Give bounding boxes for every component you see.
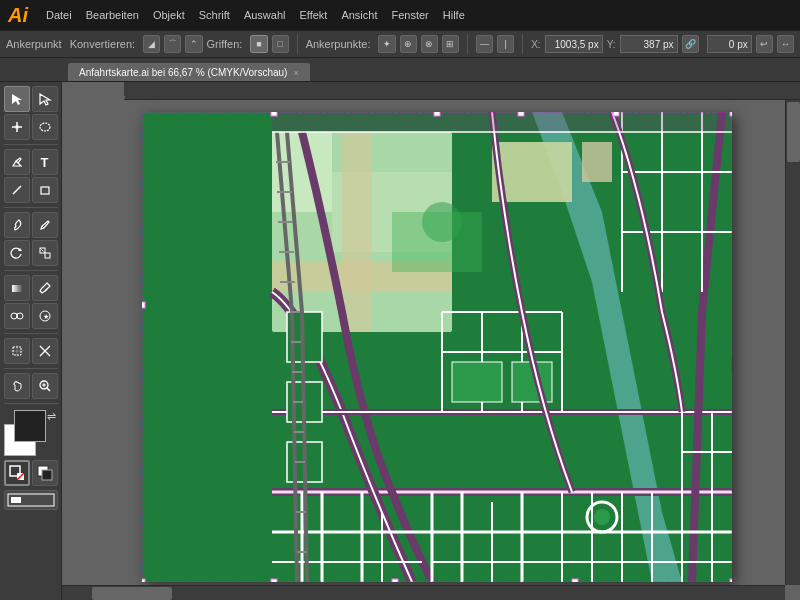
type-icon: T [41,155,49,170]
stroke-fill-btn[interactable] [32,460,58,486]
svg-line-14 [45,289,47,291]
svg-line-8 [42,226,44,228]
align-dist-btn[interactable]: ↔ [777,35,794,53]
color-swatch-area: ⇌ [4,410,58,456]
rotate-tool[interactable] [4,240,30,266]
magic-wand-tool[interactable] [4,114,30,140]
ankerpunkte-btn3[interactable]: ⊗ [421,35,438,53]
x-input[interactable] [545,35,603,53]
menu-hilfe[interactable]: Hilfe [443,9,465,21]
align-btn[interactable]: — [476,35,493,53]
svg-point-110 [594,509,610,525]
tool-row-10 [4,373,58,399]
fill-none-btn[interactable] [4,460,30,486]
tab-label: Anfahrtskarte.ai bei 66,67 % (CMYK/Vorsc… [79,67,287,78]
svg-rect-112 [271,112,277,116]
horizontal-scroll-thumb[interactable] [92,587,172,600]
select-tool[interactable] [4,86,30,112]
zoom-tool[interactable] [32,373,58,399]
svg-point-4 [15,125,19,129]
svg-rect-119 [572,579,578,582]
griffen-btn2[interactable]: □ [272,35,289,53]
svg-rect-34 [124,82,800,100]
symbol-tool[interactable]: ★ [32,303,58,329]
swap-colors-btn[interactable]: ⇌ [47,410,56,423]
fill-stroke-row [4,460,58,486]
ankerpunkte-btn2[interactable]: ⊕ [400,35,417,53]
svg-rect-33 [11,497,21,503]
blend-tool[interactable] [4,303,30,329]
svg-line-6 [13,186,21,194]
scale-tool[interactable] [32,240,58,266]
svg-rect-114 [518,112,524,116]
tab-close-btn[interactable]: × [293,68,298,78]
transform-btn[interactable]: ↩ [756,35,773,53]
tool-row-5 [4,212,58,238]
convert-smooth-btn[interactable]: ⌒ [164,35,181,53]
griffen-btn1[interactable]: ■ [250,35,267,53]
line-tool[interactable] [4,177,30,203]
tool-separator-5 [4,368,58,369]
tool-separator-2 [4,207,58,208]
z-input[interactable] [707,35,752,53]
hand-tool[interactable] [4,373,30,399]
tab-bar: Anfahrtskarte.ai bei 66,67 % (CMYK/Vorsc… [0,58,800,82]
menu-schrift[interactable]: Schrift [199,9,230,21]
svg-rect-121 [142,302,145,308]
vertical-scroll-thumb[interactable] [787,102,800,162]
svg-rect-92 [582,142,612,182]
direct-select-tool[interactable] [32,86,58,112]
svg-line-12 [40,248,45,253]
normal-mode-btn[interactable] [4,490,58,510]
tool-row-7 [4,275,58,301]
tool-row-6 [4,240,58,266]
link-btn[interactable]: 🔗 [682,35,699,53]
y-input[interactable] [620,35,678,53]
svg-rect-122 [142,579,145,582]
svg-rect-11 [45,253,50,258]
svg-rect-41 [342,132,372,332]
slice-tool[interactable] [32,338,58,364]
ankerpunkte-label: Ankerpunkte: [306,38,371,50]
x-label: X: [531,39,540,50]
konvertieren-label: Konvertieren: [70,38,135,50]
vertical-scrollbar[interactable] [785,100,800,585]
menu-bearbeiten[interactable]: Bearbeiten [86,9,139,21]
menu-auswahl[interactable]: Auswahl [244,9,286,21]
menu-datei[interactable]: Datei [46,9,72,21]
main-area: T [0,82,800,600]
tool-row-8: ★ [4,303,58,329]
artboard-tool[interactable] [4,338,30,364]
tool-separator-6 [4,403,58,404]
convert-auto-btn[interactable]: ⌃ [185,35,202,53]
gradient-tool[interactable] [4,275,30,301]
svg-rect-115 [613,112,619,116]
horizontal-scrollbar[interactable] [62,585,785,600]
tool-row-9 [4,338,58,364]
menu-objekt[interactable]: Objekt [153,9,185,21]
menu-ansicht[interactable]: Ansicht [341,9,377,21]
ankerpunkte-btn4[interactable]: ⊞ [442,35,459,53]
rectangle-tool[interactable] [32,177,58,203]
document-tab[interactable]: Anfahrtskarte.ai bei 66,67 % (CMYK/Vorsc… [68,63,310,81]
pencil-tool[interactable] [32,212,58,238]
menu-fenster[interactable]: Fenster [391,9,428,21]
pen-tool[interactable] [4,149,30,175]
mode-row [4,490,58,510]
ruler-top [124,82,800,100]
tool-row-3: T [4,149,58,175]
menu-effekt[interactable]: Effekt [299,9,327,21]
svg-text:★: ★ [43,313,49,320]
ankerpunkte-btn1[interactable]: ✦ [378,35,395,53]
type-tool[interactable]: T [32,149,58,175]
eyedropper-tool[interactable] [32,275,58,301]
svg-rect-116 [730,112,732,116]
lasso-tool[interactable] [32,114,58,140]
align-btn2[interactable]: | [497,35,514,53]
separator1 [297,34,298,54]
svg-rect-118 [392,579,398,582]
paintbrush-tool[interactable] [4,212,30,238]
foreground-color-swatch[interactable] [14,410,46,442]
convert-corner-btn[interactable]: ◢ [143,35,160,53]
tool-separator-3 [4,270,58,271]
